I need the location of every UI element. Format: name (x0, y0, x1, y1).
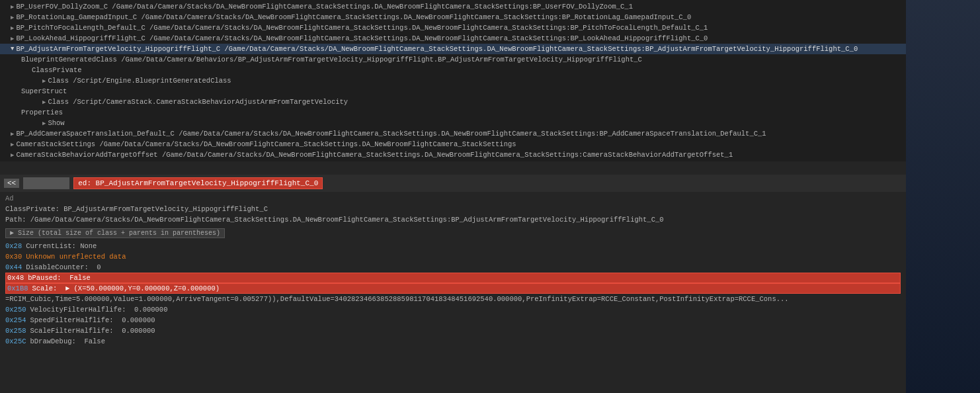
bottom-panel: << ed: BP_AdjustArmFromTargetVelocity_Hi… (0, 175, 906, 393)
tree-row[interactable]: ▶ BP_RotationLag_GamepadInput_C /Game/Da… (0, 12, 906, 22)
navigate-back-button[interactable]: << (4, 179, 19, 188)
background-scenery (901, 0, 980, 393)
size-label: ► Size (total size of class + parents in… (10, 230, 220, 237)
offset-label: 0x44 (5, 263, 22, 271)
path-text: Path: /Game/Data/Camera/Stacks/DA_NewBro… (5, 216, 664, 224)
tree-row-highlighted[interactable]: ▼ BP_AdjustArmFromTargetVelocity_Hippogr… (0, 44, 906, 54)
data-row-0x30: 0x30 Unknown unreflected data (5, 251, 901, 262)
tree-row[interactable]: ▶ Class /Script/Engine.BlueprintGenerate… (0, 75, 906, 86)
tree-row[interactable]: ClassPrivate (0, 65, 906, 75)
info-rows: Ad ClassPrivate: BP_AdjustArmFromTargetV… (0, 192, 906, 226)
tree-row-text: BP_UserFOV_DollyZoom_C /Game/Data/Camera… (16, 3, 633, 11)
offset-label: 0x30 (5, 253, 22, 261)
tree-section: ▶ BP_UserFOV_DollyZoom_C /Game/Data/Came… (0, 0, 906, 161)
data-label: DisableCounter: 0 (26, 263, 101, 271)
tree-row-text: Class /Script/Engine.BlueprintGeneratedC… (48, 77, 231, 85)
data-rows: 0x28 CurrentList: None 0x30 Unknown unre… (0, 240, 906, 393)
size-button[interactable]: ► Size (total size of class + parents in… (5, 228, 225, 238)
tree-row-text: BP_RotationLag_GamepadInput_C /Game/Data… (16, 13, 691, 21)
tree-arrow: ▶ (42, 120, 46, 127)
path-row: Path: /Game/Data/Camera/Stacks/DA_NewBro… (5, 214, 901, 225)
tree-arrow: ▶ (42, 99, 46, 106)
tree-arrow: ▶ (11, 35, 14, 42)
data-row-0x1B8: 0x1B8 Scale: ► (X=50.000000,Y=0.000000,Z… (5, 283, 901, 294)
offset-label: 0x1B8 (7, 284, 28, 292)
offset-label: 0x250 (5, 306, 26, 314)
tree-arrow: ▶ (11, 141, 14, 148)
tree-row-text: SuperStruct (21, 87, 67, 95)
size-row: ► Size (total size of class + parents in… (0, 226, 906, 240)
data-row-0x254: 0x254 SpeedFilterHalflife: 0.000000 (5, 315, 901, 326)
data-row-0x258: 0x258 ScaleFilterHalflife: 0.000000 (5, 326, 901, 336)
data-label: ScaleFilterHalflife: 0.000000 (30, 327, 155, 335)
addr-row: Ad (5, 193, 901, 204)
tree-arrow: ▶ (11, 14, 14, 21)
offset-label: 0x254 (5, 316, 26, 324)
data-label: VelocityFilterHalflife: 0.000000 (30, 306, 168, 314)
data-label: bDrawDebug: False (30, 337, 105, 345)
tree-row[interactable]: ▶ BP_LookAhead_HippogriffFlight_C /Game/… (0, 33, 906, 44)
data-value: None (80, 242, 97, 250)
offset-label: 0x25C (5, 337, 26, 345)
tree-row-text: BlueprintGeneratedClass /Game/Data/Camer… (21, 56, 642, 64)
tree-arrow: ▶ (11, 152, 14, 159)
class-private-row: ClassPrivate: BP_AdjustArmFromTargetVelo… (5, 204, 901, 214)
tree-row[interactable]: Properties (0, 107, 906, 118)
tree-arrow: ▶ (11, 130, 14, 138)
data-label: bPaused: False (28, 274, 91, 282)
tree-row-text: ClassPrivate (32, 66, 82, 74)
tree-row[interactable]: ▶ CameraStackSettings /Game/Data/Camera/… (0, 139, 906, 150)
offset-label: 0x258 (5, 327, 26, 335)
panel-separator (0, 161, 906, 175)
data-row-0x48: 0x48 bPaused: False (5, 273, 901, 283)
tree-row[interactable]: ▶ BP_PitchToFocalLength_Default_C /Game/… (0, 22, 906, 33)
bottom-header: << ed: BP_AdjustArmFromTargetVelocity_Hi… (0, 175, 906, 192)
tree-row-text: BP_AdjustArmFromTargetVelocity_Hippogrif… (16, 45, 858, 53)
tree-row[interactable]: ▶ Show (0, 118, 906, 128)
tree-arrow: ▶ (11, 24, 14, 32)
tree-row-text: CameraStackSettings /Game/Data/Camera/St… (16, 140, 516, 148)
tree-row[interactable]: SuperStruct (0, 86, 906, 97)
tree-arrow: ▼ (11, 46, 14, 52)
navigate-forward-area (23, 177, 69, 189)
data-row-0x250: 0x250 VelocityFilterHalflife: 0.000000 (5, 304, 901, 315)
tree-row-text: BP_PitchToFocalLength_Default_C /Game/Da… (16, 24, 708, 32)
tree-row[interactable]: ▶ Class /Script/CameraStack.CameraStackB… (0, 97, 906, 107)
tree-row-text: Properties (21, 109, 63, 116)
data-row-0x28: 0x28 CurrentList: None (5, 241, 901, 251)
data-label: Scale: ► (X=50.000000,Y=0.000000,Z=0.000… (32, 284, 220, 292)
tree-arrow: ▶ (42, 77, 46, 85)
tree-row[interactable]: ▶ CameraStackBehaviorAddTargetOffset /Ga… (0, 150, 906, 160)
tree-row-text: BP_LookAhead_HippogriffFlight_C /Game/Da… (16, 34, 708, 42)
tree-row[interactable]: ▶ BP_UserFOV_DollyZoom_C /Game/Data/Came… (0, 1, 906, 12)
offset-label: 0x28 (5, 242, 22, 250)
tree-row-text: CameraStackBehaviorAddTargetOffset /Game… (16, 151, 733, 159)
data-label: SpeedFilterHalflife: 0.000000 (30, 316, 155, 324)
main-container: ▶ BP_UserFOV_DollyZoom_C /Game/Data/Came… (0, 0, 906, 393)
addr-label: Ad (5, 195, 14, 202)
selected-item-label: ed: BP_AdjustArmFromTargetVelocity_Hippo… (73, 177, 323, 189)
data-label: Unknown unreflected data (26, 253, 126, 261)
data-label: CurrentList: (26, 242, 80, 250)
offset-label: 0x48 (7, 274, 24, 282)
tree-row-text: BP_AddCameraSpaceTranslation_Default_C /… (16, 130, 766, 138)
data-row-0x44: 0x44 DisableCounter: 0 (5, 262, 901, 273)
tree-row[interactable]: ▶ BP_AddCameraSpaceTranslation_Default_C… (0, 128, 906, 139)
tree-arrow: ▶ (11, 3, 14, 11)
tree-row[interactable]: BlueprintGeneratedClass /Game/Data/Camer… (0, 54, 906, 65)
class-private-text: ClassPrivate: BP_AdjustArmFromTargetVelo… (5, 205, 268, 213)
tree-row-text: Class /Script/CameraStack.CameraStackBeh… (48, 98, 348, 106)
long-value-text: =RCIM_Cubic,Time=5.000000,Value=1.000000… (5, 295, 789, 303)
long-value-row: =RCIM_Cubic,Time=5.000000,Value=1.000000… (5, 294, 901, 304)
data-row-0x25C: 0x25C bDrawDebug: False (5, 336, 901, 347)
tree-row-text: Show (48, 119, 64, 127)
